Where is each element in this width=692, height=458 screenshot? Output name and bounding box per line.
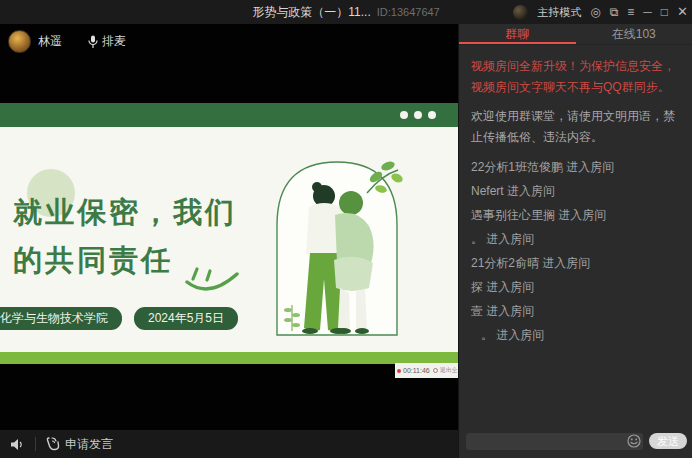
speaker-button[interactable]: [10, 438, 25, 451]
slide-title: 就业保密，我们 的共同责任: [13, 188, 293, 284]
recording-indicator: 00:11:46 退出全屏: [395, 363, 458, 378]
send-button[interactable]: 发送: [649, 433, 687, 449]
slide-dot-icon: [414, 111, 422, 119]
raise-hand-icon: [46, 437, 60, 451]
minimize-button[interactable]: ─: [643, 0, 652, 24]
request-speak-button[interactable]: 申请发言: [46, 436, 113, 453]
queue-mic-button[interactable]: 排麦: [88, 33, 126, 50]
app-window: 形势与政策（一）11... ID:13647647 主持模式 ◎ ⧉ ≡ ─ □…: [0, 0, 692, 458]
emoji-smiley-icon: [627, 434, 641, 448]
chat-message: 22分析1班范俊鹏 进入房间: [471, 159, 680, 175]
chat-input[interactable]: [466, 433, 643, 450]
microphone-icon: [88, 35, 98, 49]
presentation-slide: 就业保密，我们 的共同责任 化学与生物技术学院 2024年5月5日: [0, 103, 458, 364]
divider: [35, 437, 36, 451]
host-avatar[interactable]: [513, 5, 528, 20]
chat-input-row: 发送: [459, 424, 692, 458]
chat-message: 。 进入房间: [471, 231, 680, 247]
slide-dot-icon: [400, 111, 408, 119]
presenter-row: 林遥 排麦: [8, 30, 126, 53]
system-notice: 视频房间全新升级！为保护信息安全，视频房间文字聊天不再与QQ群同步。: [471, 56, 680, 98]
presenter-avatar[interactable]: [8, 30, 31, 53]
chat-message: 遇事别往心里搁 进入房间: [471, 207, 680, 223]
smiley-doodle-icon: [183, 265, 241, 299]
chat-message-list[interactable]: 视频房间全新升级！为保护信息安全，视频房间文字聊天不再与QQ群同步。 欢迎使用群…: [459, 46, 692, 424]
tab-online-members[interactable]: 在线103: [576, 24, 692, 44]
org-label: 化学与生物技术学院: [0, 307, 122, 330]
request-speak-label: 申请发言: [65, 436, 113, 453]
slide-title-line1: 就业保密，我们: [13, 188, 293, 236]
slide-dot-icon: [428, 111, 436, 119]
slide-title-line2: 的共同责任: [13, 236, 293, 284]
exit-icon: [433, 368, 438, 373]
video-stage: 林遥 排麦 就业保密，我们 的共同责任: [0, 24, 458, 430]
chat-message: 探 进入房间: [471, 279, 680, 295]
host-mode-label[interactable]: 主持模式: [537, 5, 581, 20]
menu-icon[interactable]: ≡: [627, 0, 634, 24]
chat-tabs: 群聊 在线103: [459, 24, 692, 45]
maximize-button[interactable]: □: [661, 0, 668, 24]
emoji-picker-button[interactable]: [627, 434, 641, 448]
chat-panel: 群聊 在线103 视频房间全新升级！为保护信息安全，视频房间文字聊天不再与QQ群…: [458, 24, 692, 458]
close-button[interactable]: ✕: [677, 0, 688, 24]
presenter-name: 林遥: [38, 33, 62, 50]
title-bar: 形势与政策（一）11... ID:13647647 主持模式 ◎ ⧉ ≡ ─ □…: [0, 0, 692, 24]
elapsed-time: 00:11:46: [403, 367, 430, 374]
chat-message: 壹 进入房间: [471, 303, 680, 319]
slide-header-bar: [0, 103, 458, 127]
slide-footnotes: 化学与生物技术学院 2024年5月5日: [0, 307, 238, 330]
recording-dot-icon: [397, 369, 401, 373]
date-label: 2024年5月5日: [134, 307, 238, 330]
slide-footer-bar: [0, 352, 458, 364]
exit-fullscreen-button[interactable]: 退出全屏: [440, 366, 458, 375]
chat-message: 21分析2俞晴 进入房间: [471, 255, 680, 271]
popout-icon[interactable]: ⧉: [610, 0, 619, 24]
queue-mic-label: 排麦: [102, 33, 126, 50]
window-title: 形势与政策（一）11...: [252, 4, 370, 21]
bottom-control-bar: 申请发言: [0, 430, 458, 458]
chat-message: 。 进入房间: [471, 327, 680, 343]
chat-message: Nefert 进入房间: [471, 183, 680, 199]
welcome-message: 欢迎使用群课堂，请使用文明用语，禁止传播低俗、违法内容。: [471, 106, 680, 148]
titlebar-controls: 主持模式 ◎ ⧉ ≡ ─ □ ✕: [513, 0, 688, 24]
speaker-icon: [10, 438, 25, 451]
room-id: ID:13647647: [377, 6, 440, 18]
settings-icon[interactable]: ◎: [590, 0, 600, 24]
tab-group-chat[interactable]: 群聊: [459, 24, 576, 44]
